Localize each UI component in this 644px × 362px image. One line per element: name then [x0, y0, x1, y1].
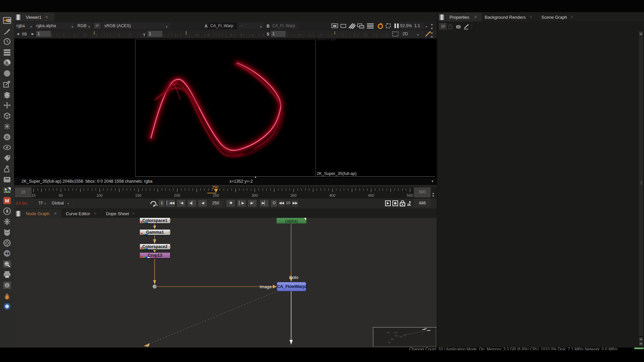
svg-text:M: M [5, 198, 9, 203]
svg-text:D: D [5, 135, 8, 140]
